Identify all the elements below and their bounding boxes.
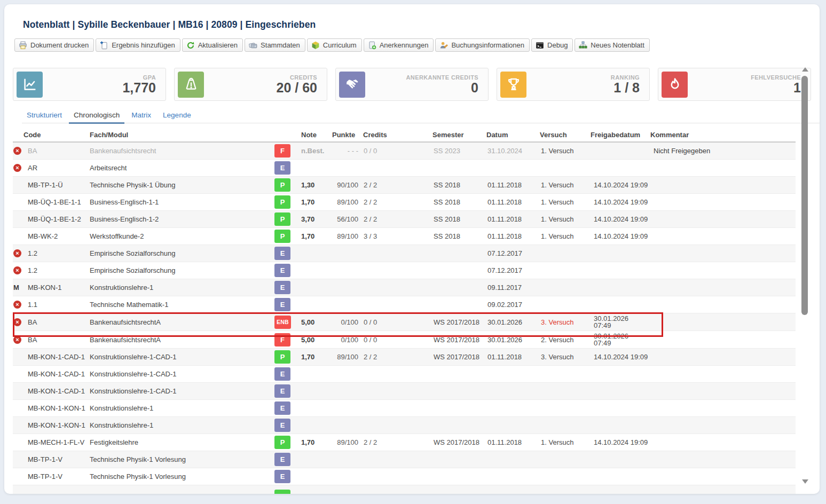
table-row[interactable]: MB-TP-1-Ü Technische Physik-1 Übung P 1,…: [13, 177, 796, 194]
toolbar-button-label: Curriculum: [323, 41, 357, 49]
scrollbar-thumb[interactable]: [801, 76, 808, 315]
failed-x-icon: ×: [13, 164, 21, 172]
stat-value: 1: [751, 81, 801, 94]
toolbar-button[interactable]: Aktualisieren: [182, 38, 243, 52]
status-badge: E: [274, 264, 290, 277]
table-row[interactable]: MB-KON-1-CAD-1 Konstruktionslehre-1-CAD-…: [13, 349, 796, 366]
table-row[interactable]: MB-KON-1-KON-1 Konstruktionslehre-1 E: [13, 400, 796, 417]
tab-strukturiert[interactable]: Strukturiert: [22, 109, 67, 124]
cell-versuch: 2. Versuch: [540, 336, 591, 344]
table-row[interactable]: MB-KON-1-CAD-1 Konstruktionslehre-1-CAD-…: [13, 383, 796, 400]
column-header-punkte: Punkte: [329, 131, 360, 139]
cell-credits: 0 / 0: [360, 147, 432, 155]
cell-semester: SS 2023: [432, 147, 486, 155]
toolbar-button[interactable]: Buchungsinformationen: [435, 38, 530, 52]
cell-punkte: 0/100: [329, 318, 360, 326]
table-row[interactable]: MB-TP-1-V Technische Physik-1 Vorlesung …: [13, 468, 796, 485]
toolbar-button[interactable]: Dokument drucken: [14, 38, 94, 52]
cell-freigabedatum: 14.10.2024 19:09: [591, 199, 650, 206]
row-status-cell: ×: [13, 266, 28, 274]
vertical-scrollbar[interactable]: [800, 63, 809, 488]
table-row[interactable]: P: [13, 485, 796, 494]
flame-icon: [662, 72, 688, 98]
toolbar-button-label: Buchungsinformationen: [451, 41, 524, 49]
table-row[interactable]: × 1.2 Empirische Sozialforschung E 07.12…: [13, 245, 796, 262]
status-badge: F: [274, 144, 290, 158]
row-status-cell: ×: [13, 147, 28, 155]
column-header-freigabedatum: Freigabedatum: [591, 131, 650, 139]
toolbar-button[interactable]: Curriculum: [307, 38, 362, 52]
stat-label: ANERKANNTE CREDITS: [406, 74, 478, 81]
stat-value: 20 / 60: [277, 81, 317, 94]
cell-fach-modul: Arbeitsrecht: [90, 164, 274, 172]
table-row[interactable]: × BA Bankenaufsichtsrecht F n.Best. - - …: [13, 143, 796, 160]
cell-fach-modul: Technische Mathematik-1: [90, 301, 274, 309]
table-row[interactable]: MB-TP-1-V Technische Physik-1 Vorlesung …: [13, 451, 796, 468]
cell-datum: 30.01.2026: [486, 336, 540, 344]
cell-code: MB-WK-2: [28, 232, 90, 240]
cell-credits: 2 / 2: [360, 215, 432, 223]
failed-x-icon: ×: [13, 318, 21, 326]
cell-freigabedatum: 14.10.2024 19:09: [591, 233, 650, 240]
table-row[interactable]: MB-KON-1-KON-1 Konstruktionslehre-1 E: [13, 417, 796, 434]
row-status-cell: ×: [13, 318, 28, 326]
failed-x-icon: ×: [13, 266, 21, 274]
cell-fach-modul: Konstruktionslehre-1: [90, 421, 274, 429]
stat-card: CREDITS 20 / 60: [174, 68, 327, 101]
cell-versuch: 3. Versuch: [540, 353, 591, 361]
cell-code: MB-TP-1-V: [28, 472, 90, 481]
cell-fach-modul: Festigkeitslehre: [90, 438, 274, 446]
failed-x-icon: ×: [13, 147, 21, 155]
cell-code: BA: [28, 147, 90, 155]
scroll-down-arrow-icon[interactable]: [802, 479, 808, 484]
cell-fach-modul: Empirische Sozialforschung: [90, 249, 274, 257]
cell-versuch: 1. Versuch: [540, 181, 591, 189]
status-badge: ENB: [274, 316, 291, 329]
scroll-up-arrow-icon[interactable]: [802, 67, 808, 72]
cell-datum: 01.11.2018: [486, 181, 540, 189]
tab-legende[interactable]: Legende: [158, 109, 196, 124]
tab-matrix[interactable]: Matrix: [127, 109, 156, 124]
refresh-icon: [186, 41, 195, 50]
cell-code: BA: [28, 318, 90, 326]
table-row[interactable]: M MB-KON-1 Konstruktionslehre-1 E 09.11.…: [13, 279, 796, 296]
row-status-cell: ×: [13, 301, 28, 309]
status-badge: E: [274, 247, 290, 260]
cell-datum: 07.12.2017: [486, 266, 540, 274]
status-badge: P: [274, 436, 290, 449]
table-row[interactable]: × BA BankenaufsichtsrechtA ENB 5,00 0/10…: [13, 313, 796, 331]
table-row[interactable]: × 1.2 Empirische Sozialforschung E 07.12…: [13, 262, 796, 279]
status-badge: E: [274, 401, 290, 415]
tab-chronologisch[interactable]: Chronologisch: [69, 109, 124, 124]
column-header-versuch: Versuch: [540, 131, 591, 139]
table-row[interactable]: MB-WK-2 Werkstoffkunde-2 P 1,70 89/100 3…: [13, 228, 796, 245]
column-header-code: Code: [23, 131, 90, 139]
toolbar-button[interactable]: Anerkennungen: [364, 38, 434, 52]
table-row[interactable]: MB-KON-1-CAD-1 Konstruktionslehre-1-CAD-…: [13, 366, 796, 383]
failed-x-icon: ×: [13, 336, 21, 344]
cell-freigabedatum: 14.10.2024 19:09: [591, 182, 650, 188]
toolbar-button[interactable]: Stammdaten: [245, 38, 305, 52]
master-data-icon: [249, 41, 257, 50]
row-status-cell: ×: [13, 249, 28, 257]
column-header-note: Note: [299, 131, 329, 139]
table-row[interactable]: × BA BankenaufsichtsrechtA F 5,00 0/100 …: [13, 331, 796, 349]
booking-info-icon: [439, 41, 448, 50]
table-row[interactable]: × AR Arbeitsrecht E: [13, 160, 796, 177]
table-row[interactable]: × 1.1 Technische Mathematik-1 E 09.02.20…: [13, 296, 796, 313]
toolbar-button[interactable]: Ergebnis hinzufügen: [96, 38, 180, 52]
page-title: Notenblatt | Sybille Beckenbauer | MB16 …: [23, 19, 820, 30]
toolbar-button[interactable]: Neues Notenblatt: [575, 38, 649, 52]
cell-credits: 2 / 2: [360, 438, 432, 446]
cell-code: 1.2: [28, 266, 90, 274]
table-row[interactable]: MB-ÜQ-1-BE-1-2 Business-Englisch-1-2 P 3…: [13, 211, 796, 228]
row-status-cell: ×: [13, 336, 28, 344]
cell-versuch: 1. Versuch: [540, 232, 591, 240]
table-row[interactable]: MB-MECH-1-FL-V Festigkeitslehre P 1,70 8…: [13, 434, 796, 451]
table-row[interactable]: MB-ÜQ-1-BE-1-1 Business-Englisch-1-1 P 1…: [13, 194, 796, 211]
toolbar-button[interactable]: Debug: [531, 38, 573, 52]
cell-versuch: 3. Versuch: [540, 318, 591, 326]
stat-card: ANERKANNTE CREDITS 0: [335, 68, 489, 101]
cell-datum: 01.11.2018: [486, 438, 540, 446]
cell-code: MB-ÜQ-1-BE-1-2: [28, 215, 90, 223]
